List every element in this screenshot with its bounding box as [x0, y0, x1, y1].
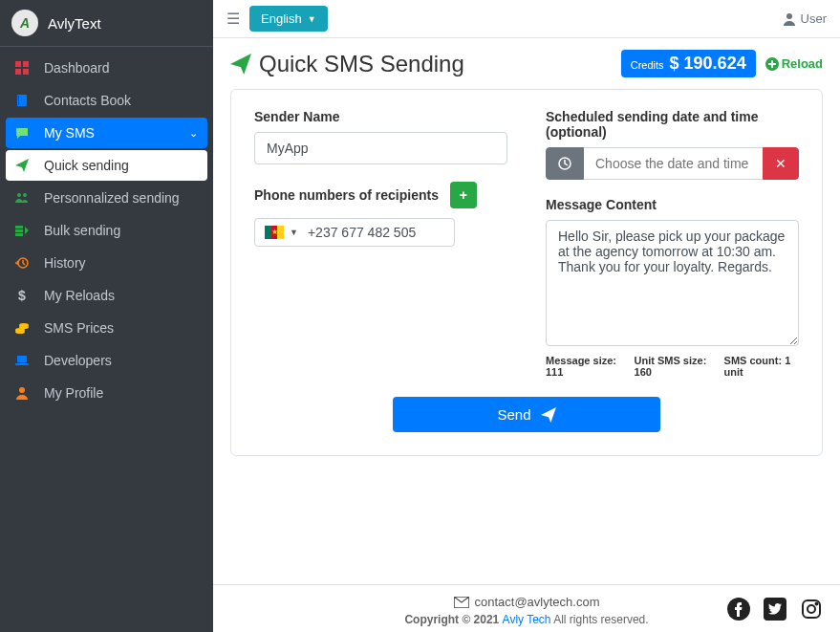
- sidebar-item-label: My Profile: [44, 385, 103, 401]
- svg-point-14: [19, 325, 29, 329]
- brand[interactable]: A AvlyText: [0, 0, 213, 47]
- message-meta: Message size: 111 Unit SMS size: 160 SMS…: [546, 355, 799, 378]
- sidebar-item-history[interactable]: History: [6, 248, 207, 278]
- coins-icon: [15, 321, 34, 335]
- brand-logo-icon: A: [11, 10, 38, 36]
- bulk-icon: [15, 224, 34, 237]
- facebook-icon[interactable]: [727, 598, 750, 621]
- brand-name: AvlyText: [48, 15, 101, 32]
- plane-icon: [230, 54, 251, 75]
- language-label: English: [261, 11, 302, 26]
- content-label: Message Content: [546, 197, 799, 212]
- menu-toggle-icon[interactable]: ☰: [226, 10, 240, 28]
- user-icon: [783, 12, 796, 26]
- message-content-input[interactable]: [546, 220, 799, 346]
- clear-date-button[interactable]: ✕: [763, 147, 799, 180]
- svg-point-12: [15, 330, 25, 334]
- plus-icon: +: [460, 187, 467, 203]
- svg-rect-2: [15, 69, 21, 75]
- topbar: ☰ English ▼ User: [213, 0, 840, 38]
- svg-point-17: [19, 387, 25, 393]
- plane-icon: [15, 159, 34, 172]
- caret-down-icon: ▼: [308, 14, 316, 24]
- svg-rect-7: [15, 229, 23, 232]
- svg-rect-8: [15, 233, 23, 236]
- sender-name-label: Sender Name: [254, 109, 507, 124]
- sidebar-item-label: Dashboard: [44, 60, 110, 76]
- credits-label: Credits: [631, 59, 664, 71]
- twitter-icon[interactable]: [764, 598, 786, 621]
- sidebar-item-label: My Reloads: [44, 288, 115, 303]
- sidebar-item-personnalized[interactable]: Personnalized sending: [6, 183, 207, 213]
- sidebar-item-label: Developers: [44, 353, 112, 368]
- svg-rect-16: [15, 363, 29, 365]
- sidebar-item-label: Bulk sending: [44, 223, 120, 238]
- sidebar-item-mysms[interactable]: My SMS ⌄: [6, 118, 207, 148]
- caret-down-icon: ▼: [290, 228, 298, 237]
- svg-text:$: $: [18, 289, 26, 302]
- flag-cameroon-icon: [265, 226, 284, 239]
- svg-point-18: [786, 13, 792, 19]
- sidebar-item-contacts[interactable]: Contacts Book: [6, 85, 207, 116]
- dollar-icon: $: [15, 289, 34, 302]
- comment-icon: [15, 126, 34, 140]
- close-icon: ✕: [775, 156, 786, 171]
- page-title: Quick SMS Sending: [230, 51, 464, 77]
- add-recipient-button[interactable]: +: [450, 182, 477, 208]
- date-label: Scheduled sending date and time (optiona…: [546, 109, 799, 140]
- credits-amount: $ 190.624: [670, 54, 746, 74]
- sidebar-item-label: History: [44, 255, 86, 271]
- credits-badge: Credits $ 190.624: [621, 50, 756, 77]
- chevron-down-icon: ⌄: [189, 127, 198, 140]
- plane-icon: [541, 407, 556, 423]
- user-label: User: [801, 11, 827, 26]
- svg-rect-1: [23, 61, 29, 67]
- form-card: Sender Name Phone numbers of recipients …: [230, 89, 823, 456]
- sidebar-item-quick-sending[interactable]: Quick sending: [6, 150, 207, 181]
- instagram-icon[interactable]: [800, 598, 823, 621]
- sidebar-item-dashboard[interactable]: Dashboard: [6, 53, 207, 83]
- sidebar-item-label: Contacts Book: [44, 93, 131, 108]
- footer: contact@avlytech.com Copyright © 2021 Av…: [213, 584, 840, 632]
- sidebar-item-bulk[interactable]: Bulk sending: [6, 215, 207, 246]
- sidebar-item-profile[interactable]: My Profile: [6, 378, 207, 408]
- svg-point-25: [808, 605, 815, 613]
- recipients-label: Phone numbers of recipients: [254, 187, 439, 203]
- svg-rect-3: [23, 69, 29, 75]
- svg-point-4: [17, 193, 21, 197]
- users-cog-icon: [15, 191, 34, 205]
- language-dropdown[interactable]: English ▼: [249, 6, 328, 32]
- sidebar-nav: Dashboard Contacts Book My SMS ⌄ Quick: [0, 47, 213, 416]
- envelope-icon: [454, 597, 469, 608]
- sidebar-item-prices[interactable]: SMS Prices: [6, 313, 207, 343]
- grid-icon: [15, 61, 34, 75]
- company-link[interactable]: Avly Tech: [503, 613, 551, 626]
- sidebar-item-reloads[interactable]: $ My Reloads: [6, 280, 207, 311]
- date-input[interactable]: [584, 147, 763, 180]
- phone-input[interactable]: ▼ +237 677 482 505: [254, 218, 455, 247]
- svg-rect-6: [15, 226, 23, 229]
- svg-rect-15: [17, 356, 27, 362]
- sidebar: A AvlyText Dashboard Contacts Book My: [0, 0, 213, 632]
- reload-button[interactable]: Reload: [765, 56, 823, 71]
- svg-rect-0: [15, 61, 21, 67]
- send-button[interactable]: Send: [393, 397, 660, 432]
- clock-icon: [546, 147, 584, 180]
- sidebar-item-label: SMS Prices: [44, 320, 114, 336]
- laptop-icon: [15, 354, 34, 367]
- sidebar-item-label: My SMS: [44, 125, 95, 141]
- history-icon: [15, 256, 34, 270]
- sidebar-item-developers[interactable]: Developers: [6, 345, 207, 376]
- plus-circle-icon: [765, 57, 779, 71]
- sidebar-item-label: Quick sending: [44, 158, 129, 173]
- book-icon: [15, 94, 34, 107]
- user-icon: [15, 386, 34, 400]
- svg-point-5: [23, 193, 27, 197]
- svg-point-26: [816, 602, 818, 604]
- phone-number-value: +237 677 482 505: [308, 225, 416, 240]
- sender-name-input[interactable]: [254, 132, 507, 164]
- sidebar-item-label: Personnalized sending: [44, 190, 180, 206]
- user-menu[interactable]: User: [783, 11, 827, 26]
